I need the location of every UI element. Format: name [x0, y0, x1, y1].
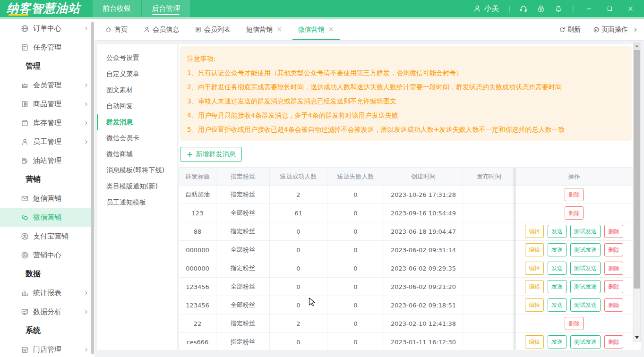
sidebar-item-members[interactable]: 会员管理	[0, 76, 94, 94]
scroll-up-arrow[interactable]	[634, 42, 640, 50]
submenu-item-official-account-settings[interactable]: 公众号设置	[97, 50, 177, 66]
submenu-item-category-template-notice[interactable]: 类目模版通知(新)	[97, 178, 177, 195]
user-menu[interactable]: 小美	[473, 4, 499, 14]
send-button[interactable]: 发送	[548, 280, 567, 293]
pump-icon	[21, 157, 29, 165]
sidebar-item-sms-marketing[interactable]: 短信营销	[0, 189, 94, 208]
close-button[interactable]	[625, 5, 636, 13]
row-actions-cell: 编辑发送测试发送删除	[515, 278, 633, 296]
table-row: 000000全部粉丝002023-06-02 09:31:14编辑发送测试发送删…	[179, 241, 633, 259]
app-logo: 纳客智慧油站	[7, 0, 80, 17]
close-icon[interactable]: ×	[276, 26, 283, 33]
edit-button[interactable]: 编辑	[525, 298, 544, 312]
sidebar-item-staff[interactable]: 员工管理	[0, 132, 94, 151]
add-mass-message-button[interactable]: + 新增群发消息	[180, 147, 242, 162]
sidebar-item-analysis[interactable]: 数据分析	[0, 302, 94, 321]
delete-button[interactable]: 删除	[565, 188, 584, 201]
maximize-button[interactable]	[604, 5, 616, 13]
submenu-item-staff-notice-template[interactable]: 员工通知模板	[97, 195, 177, 211]
edit-button[interactable]: 编辑	[525, 243, 544, 256]
edit-button[interactable]: 编辑	[525, 280, 544, 293]
send-button[interactable]: 发送	[548, 335, 567, 348]
sidebar-item-alipay-marketing[interactable]: 支付宝营销	[0, 227, 94, 246]
test-send-button[interactable]: 测试发送	[570, 298, 601, 312]
send-button[interactable]: 发送	[548, 298, 567, 312]
delete-button[interactable]: 删除	[604, 243, 623, 256]
bell-icon[interactable]	[554, 4, 563, 13]
refresh-button[interactable]: 刷新	[559, 26, 581, 34]
table-cell: 指定粉丝	[216, 259, 270, 278]
sidebar-item-products[interactable]: 商品管理	[0, 94, 94, 113]
scroll-down-arrow[interactable]	[634, 334, 640, 341]
delete-button[interactable]: 删除	[604, 298, 623, 312]
delete-button[interactable]: 删除	[604, 335, 623, 348]
sidebar-item-marketing-center[interactable]: 营销中心	[0, 246, 94, 264]
close-icon[interactable]: ×	[328, 26, 335, 33]
send-button[interactable]: 发送	[548, 262, 567, 275]
test-send-button[interactable]: 测试发送	[570, 262, 601, 275]
tab-sms-marketing[interactable]: 短信营销×	[246, 19, 283, 40]
page-ops-button[interactable]: 页面操作	[593, 26, 628, 34]
sidebar-item-label: 门店管理	[33, 345, 61, 354]
submenu-item-message-template-deprecated[interactable]: 消息模板(即将下线)	[97, 162, 177, 178]
sidebar-item-station[interactable]: 油站管理	[0, 151, 94, 170]
tab-member-info[interactable]: 会员信息	[143, 19, 179, 40]
chevron-right-icon[interactable]	[633, 27, 638, 33]
table-cell: 2023-10-26 17:31:28	[384, 186, 463, 204]
lock-icon[interactable]	[537, 4, 545, 13]
sidebar-item-tasks[interactable]: 任务管理	[0, 38, 94, 57]
tab-wechat-marketing[interactable]: 微信营销×	[298, 19, 335, 40]
person-icon	[143, 26, 150, 33]
sidebar-item-inventory[interactable]: 库存管理	[0, 113, 94, 132]
crown-icon	[21, 81, 29, 89]
sidebar-item-orders[interactable]: 订单中心	[0, 19, 94, 38]
submenu: 公众号设置自定义菜单图文素材自动回复群发消息微信会员卡微信商城消息模板(即将下线…	[97, 44, 177, 350]
tab-home[interactable]: 首页	[105, 19, 128, 40]
delete-button[interactable]: 删除	[565, 206, 584, 220]
sidebar-item-label: 短信营销	[33, 194, 61, 203]
submenu-item-media-material[interactable]: 图文素材	[97, 82, 177, 98]
table-cell: 0	[327, 222, 384, 241]
column-header: 送达成功人数	[270, 168, 327, 186]
tab-label: 短信营销	[246, 26, 273, 34]
test-send-button[interactable]: 测试发送	[570, 280, 601, 293]
sidebar-scrollbar[interactable]	[91, 22, 94, 354]
test-send-button[interactable]: 测试发送	[570, 243, 601, 256]
main-panel: 注意事项: 1、只有认证公众号才能使用（其他类型公众号请不要使用第三方群发，否则…	[179, 44, 641, 350]
submenu-item-custom-menu[interactable]: 自定义菜单	[97, 66, 177, 82]
edit-button[interactable]: 编辑	[525, 335, 544, 348]
send-button[interactable]: 发送	[548, 243, 567, 256]
headset-icon[interactable]	[519, 4, 528, 13]
row-actions-cell: 编辑发送测试发送删除	[515, 241, 633, 259]
edit-button[interactable]: 编辑	[525, 262, 544, 275]
edit-button[interactable]: 编辑	[525, 225, 544, 238]
tab-bar: 首页会员信息会员列表短信营销×微信营销× 刷新 页面操作	[94, 19, 644, 41]
submenu-item-wechat-mall[interactable]: 微信商城	[97, 146, 177, 162]
table-cell	[463, 204, 515, 222]
column-header: 指定粉丝	[216, 168, 270, 186]
header-nav-backend-admin[interactable]: 后台管理	[142, 0, 190, 17]
delete-button[interactable]: 删除	[604, 225, 623, 238]
table-cell: 2023-01-11 16:12:30	[384, 333, 463, 350]
test-send-button[interactable]: 测试发送	[570, 335, 601, 348]
header-nav-front-cashier[interactable]: 前台收银	[93, 0, 141, 17]
sidebar-item-wechat-marketing[interactable]: 微信营销	[0, 208, 94, 227]
test-send-button[interactable]: 测试发送	[570, 225, 601, 238]
mass-message-table: 群发标题指定粉丝送达成功人数送达失败人数创建时间发布时间操作自助加油指定粉丝20…	[179, 167, 633, 350]
sidebar-item-stores[interactable]: 门店管理	[0, 340, 94, 357]
send-button[interactable]: 发送	[548, 225, 567, 238]
logo-accent	[8, 14, 29, 16]
submenu-item-wechat-member-card[interactable]: 微信会员卡	[97, 130, 177, 146]
delete-button[interactable]: 删除	[604, 262, 623, 275]
scrollbar-thumb[interactable]	[634, 50, 640, 289]
delete-button[interactable]: 删除	[565, 317, 584, 330]
delete-button[interactable]: 删除	[604, 280, 623, 293]
vertical-scrollbar[interactable]	[633, 42, 641, 342]
table-cell	[463, 278, 515, 296]
minimize-button[interactable]	[583, 5, 595, 13]
table-cell: 2	[270, 314, 327, 333]
tab-member-list[interactable]: 会员列表	[195, 19, 231, 40]
submenu-item-auto-reply[interactable]: 自动回复	[97, 98, 177, 114]
sidebar-item-reports[interactable]: 统计报表	[0, 283, 94, 302]
submenu-item-mass-message[interactable]: 群发消息	[97, 114, 177, 130]
